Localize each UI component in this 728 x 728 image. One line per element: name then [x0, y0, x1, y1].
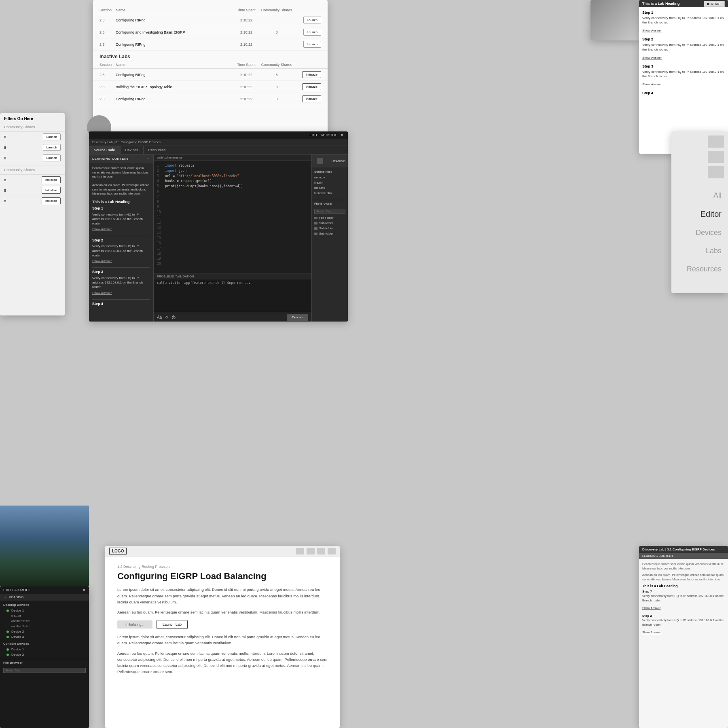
table-row: 2.3 Configuring and Investigating Basic … — [93, 26, 328, 38]
learning-step-1-title: Step 1 — [92, 206, 150, 211]
doc-para-2: Aenean eu leo quam. Pellentesque ornare … — [117, 609, 328, 615]
close-icon-bl[interactable]: ✕ — [83, 588, 86, 592]
tab-source-code[interactable]: Source Code — [89, 146, 121, 154]
code-area[interactable]: 1import requests 2import json 3url = "ht… — [154, 161, 311, 273]
show-answer-learning-2[interactable]: Show Answer — [92, 259, 112, 263]
step-block-3: Step 3 Verify connectivity from HQ to IP… — [642, 64, 725, 87]
code-line-19: 19 — [157, 256, 308, 262]
device-status-dot-2 — [6, 631, 9, 633]
code-line-12: 12 — [157, 220, 308, 226]
step-2-title: Step 2 — [642, 37, 725, 41]
col-header-action — [293, 8, 321, 12]
launch-button-sidebar-2[interactable]: Launch — [43, 144, 61, 151]
folder-item-2[interactable]: Sub-folder — [312, 220, 348, 226]
nav-item-devices[interactable]: Devices — [675, 224, 724, 242]
sidebar-community-header-2: Community Shares — [0, 165, 65, 175]
power-icon[interactable]: ⏻ — [171, 315, 176, 320]
initialize-button[interactable]: Initialize — [302, 71, 321, 78]
file-search-bottom-input[interactable] — [3, 668, 86, 673]
code-line-11: 11 — [157, 215, 308, 220]
show-answer-br-1[interactable]: Show Answer — [642, 606, 660, 610]
initialize-button-sidebar-2[interactable]: Initialize — [42, 187, 61, 194]
exit-lab-label[interactable]: EXIT LAB MODE — [309, 133, 337, 137]
nav-item-editor[interactable]: Editor — [675, 205, 724, 224]
sidebar-init-row-2: 8 Initialize — [0, 185, 65, 196]
nav-square-2 — [708, 151, 724, 163]
steps-br-content: Pellentesque ornare sem lacinia quam ven… — [639, 559, 728, 641]
tab-resources[interactable]: Resources — [144, 146, 171, 154]
initialize-button-sidebar-3[interactable]: Initialize — [42, 197, 61, 204]
steps-content: Step 1 Verify connectivity from HQ to IP… — [639, 7, 728, 102]
show-answer-learning-3[interactable]: Show Answer — [92, 291, 112, 295]
doc-nav-sq-2 — [307, 548, 315, 554]
exit-bar: EXIT LAB MODE ✕ — [89, 131, 348, 139]
device-2: Device 2 — [0, 629, 89, 634]
file-item-2[interactable]: file.dm — [312, 180, 348, 185]
folder-item-4[interactable]: Sub-folder — [312, 231, 348, 236]
lab-panel-bottom-left: EXIT LAB MODE ✕ → HEADING Desktop Device… — [0, 586, 89, 728]
doc-logo: LOGO — [109, 548, 127, 554]
show-answer-learning-1[interactable]: Show Answer — [92, 227, 112, 231]
table-row: 2.3 Configuring RIPng 2:10:22 Launch — [93, 14, 328, 26]
nav-right-panel: All Editor Devices Labs Resources — [671, 131, 728, 293]
code-line-17: 17 — [157, 246, 308, 252]
collapse-icon-br[interactable]: ← — [722, 554, 725, 558]
launch-button[interactable]: Launch — [303, 29, 321, 36]
show-answer-link-2[interactable]: Show Answer — [642, 56, 662, 59]
code-line-15: 15 — [157, 236, 308, 241]
main-tabs: Source Code Devices Resources — [89, 146, 348, 154]
execute-button[interactable]: Execute — [287, 314, 308, 321]
folder-item-3[interactable]: Sub-folder — [312, 226, 348, 231]
device-status-dot-3 — [6, 636, 9, 638]
share-count-3: 8 — [4, 156, 6, 160]
file-search-input[interactable] — [314, 209, 345, 214]
close-icon[interactable]: ✕ — [341, 133, 344, 137]
sidebar-community-header: Community Shares — [0, 123, 65, 132]
refresh-icon[interactable]: ↻ — [165, 315, 168, 320]
nav-item-all[interactable]: All — [675, 186, 724, 205]
code-line-1: 1import requests — [157, 163, 308, 169]
breadcrumb-bar: Discovery Lab | 3.1 Configuring EIGRP De… — [89, 139, 348, 146]
arrow-icon: → — [3, 595, 6, 599]
initialize-button[interactable]: Initialize — [302, 83, 321, 90]
launch-button-sidebar-1[interactable]: Launch — [43, 133, 61, 140]
file-item-4[interactable]: filename.html — [312, 190, 348, 196]
launch-lab-button[interactable]: Launch Lab — [157, 620, 188, 629]
nav-icon — [317, 158, 323, 164]
show-answer-link-3[interactable]: Show Answer — [642, 83, 662, 86]
step-br-block-2: Step 2 Verify connectivity from HQ to IP… — [642, 614, 725, 635]
launch-button-sidebar-3[interactable]: Launch — [43, 154, 61, 161]
show-answer-br-2[interactable]: Show Answer — [642, 631, 660, 634]
console-dot-2 — [6, 654, 9, 656]
show-answer-link-1[interactable]: Show Answer — [642, 29, 662, 32]
folder-name-2: Sub-folder — [319, 221, 333, 225]
launch-button[interactable]: Launch — [303, 41, 321, 48]
nav-item-resources[interactable]: Resources — [675, 260, 724, 278]
thumbnail-image — [590, 0, 639, 40]
step-block-1: Step 1 Verify connectivity from HQ to IP… — [642, 11, 725, 33]
table-row: 2.3 Configuring RIPng 2:10:22 Launch — [93, 38, 328, 51]
col-header-shares2: Community Shares — [260, 63, 293, 67]
step-block-4: Step 4 — [642, 91, 725, 95]
lab-heading-bar: → HEADING — [0, 594, 89, 601]
nav-item-labs[interactable]: Labs — [675, 242, 724, 260]
initialize-button[interactable]: Initialize — [302, 95, 321, 102]
folder-item-1[interactable]: File Folder — [312, 215, 348, 220]
steps-panel-top: This is a Lab Heading ▶ START Step 1 Ver… — [639, 0, 728, 154]
exit-lab-label-bl[interactable]: EXIT LAB MODE — [3, 588, 31, 592]
code-line-7: 7 — [157, 195, 308, 200]
code-line-9: 9 — [157, 205, 308, 210]
file-item-1[interactable]: main.py — [312, 175, 348, 180]
collapse-icon[interactable]: ← — [147, 157, 150, 161]
desktop-devices-title: Desktop Devices — [0, 601, 89, 608]
launch-button[interactable]: Launch — [303, 17, 321, 23]
tab-devices[interactable]: Devices — [121, 146, 144, 154]
step-2-text: Verify connectivity from HQ to IP addres… — [642, 42, 725, 51]
files-header: HEADING — [312, 154, 348, 167]
table-row: 2.3 Building the EIGRP Topology Table 2:… — [93, 81, 328, 93]
file-item-3[interactable]: mdp.fex — [312, 185, 348, 190]
learning-step-3: Step 3 Verify connectivity from HQ to IP… — [92, 269, 150, 295]
start-button[interactable]: ▶ START — [704, 1, 725, 7]
document-panel: LOGO 1.2 Describing Routing Protocols Co… — [105, 546, 340, 728]
initialize-button-sidebar-1[interactable]: Initialize — [42, 176, 61, 183]
